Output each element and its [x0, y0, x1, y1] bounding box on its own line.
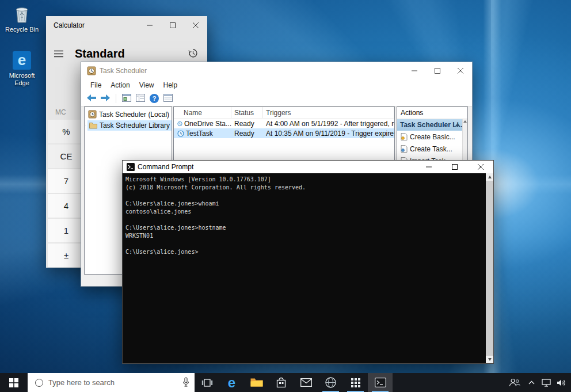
- globe-icon: [325, 377, 336, 388]
- network-status-button[interactable]: [539, 373, 554, 392]
- microphone-icon[interactable]: [182, 377, 189, 390]
- task-scheduler-titlebar[interactable]: Task Scheduler: [81, 62, 472, 79]
- menu-file[interactable]: File: [86, 81, 106, 89]
- menu-help[interactable]: Help: [159, 81, 182, 89]
- console-window-icon[interactable]: [122, 94, 131, 104]
- command-prompt-icon: [375, 378, 386, 387]
- calc-key-clear-entry[interactable]: CE: [48, 144, 85, 168]
- memory-clear-button[interactable]: MC: [55, 108, 66, 116]
- calc-key-negate[interactable]: ±: [48, 243, 85, 267]
- edge-icon: e: [12, 51, 32, 70]
- calculator-titlebar[interactable]: Calculator: [46, 16, 207, 35]
- column-header-status[interactable]: Status: [231, 107, 263, 118]
- minimize-button[interactable]: [138, 16, 161, 35]
- command-prompt-window: Command Prompt Microsoft Windows [Versio…: [122, 160, 494, 364]
- file-explorer-icon: [250, 378, 263, 387]
- actions-group-header[interactable]: Task Scheduler Li...: [397, 119, 462, 131]
- desktop-icon-microsoft-edge[interactable]: e Microsoft Edge: [3, 51, 40, 87]
- scroll-up-icon[interactable]: [463, 120, 467, 123]
- taskbar-mail-button[interactable]: [294, 373, 318, 392]
- window-title: Task Scheduler: [100, 67, 147, 75]
- show-hide-tree-icon[interactable]: [136, 94, 145, 104]
- people-button[interactable]: [505, 373, 524, 392]
- table-row[interactable]: OneDrive Sta... Ready At 4:00 AM on 5/1/…: [174, 119, 394, 128]
- calc-key-4[interactable]: 4: [48, 194, 85, 218]
- actions-group-label: Task Scheduler Li...: [400, 121, 462, 129]
- help-icon[interactable]: ?: [150, 94, 159, 103]
- tree-item-library[interactable]: Task Scheduler Library: [85, 120, 172, 131]
- command-prompt-titlebar[interactable]: Command Prompt: [123, 161, 493, 173]
- desktop: Recycle Bin e Microsoft Edge Calculator …: [0, 0, 571, 392]
- window-title: Command Prompt: [138, 163, 193, 171]
- tree-item-root[interactable]: Task Scheduler (Local): [85, 109, 172, 120]
- task-scheduler-root-icon: [88, 110, 97, 119]
- table-row-selected[interactable]: TestTask Ready At 10:35 AM on 9/11/2019 …: [174, 128, 394, 138]
- scrollbar-thumb[interactable]: [486, 181, 493, 356]
- action-label: Create Task...: [410, 145, 452, 153]
- taskbar-app-grid-button[interactable]: [343, 373, 368, 392]
- list-header: Name Status Triggers: [174, 107, 394, 119]
- scroll-down-icon[interactable]: [486, 356, 493, 363]
- console-line: C:\Users\alice.jones>whoami: [125, 200, 486, 208]
- create-basic-task-icon: [401, 133, 408, 140]
- forward-icon[interactable]: [101, 94, 110, 103]
- speaker-icon: [557, 379, 566, 387]
- calc-key-7[interactable]: 7: [48, 169, 85, 193]
- taskbar-app-globe-button[interactable]: [318, 373, 343, 392]
- recycle-bin-icon: [12, 5, 32, 24]
- edge-icon: e: [228, 376, 235, 390]
- start-button[interactable]: [0, 373, 28, 392]
- menu-action[interactable]: Action: [106, 81, 134, 89]
- minimize-button[interactable]: [416, 161, 441, 173]
- console-line: contoso\alice.jones: [125, 208, 486, 216]
- task-name: TestTask: [186, 130, 213, 138]
- export-list-icon[interactable]: [163, 94, 173, 104]
- console-output[interactable]: Microsoft Windows [Version 10.0.17763.10…: [123, 173, 486, 363]
- menu-view[interactable]: View: [135, 81, 159, 89]
- chevron-up-icon: [528, 380, 535, 385]
- scroll-up-icon[interactable]: [486, 173, 493, 181]
- volume-button[interactable]: [554, 373, 569, 392]
- taskbar-edge-button[interactable]: e: [219, 373, 244, 392]
- back-icon[interactable]: [87, 94, 96, 103]
- desktop-icon-label: Microsoft Edge: [3, 72, 40, 87]
- grid-icon: [351, 378, 360, 387]
- history-icon[interactable]: [188, 48, 198, 60]
- taskbar-file-explorer-button[interactable]: [244, 373, 269, 392]
- minimize-button[interactable]: [403, 62, 426, 79]
- menu-icon[interactable]: [54, 50, 63, 60]
- collapse-icon[interactable]: [455, 123, 460, 126]
- folder-icon: [89, 122, 97, 129]
- console-line: [125, 192, 486, 200]
- action-create-basic-task[interactable]: Create Basic...: [397, 131, 467, 143]
- close-button[interactable]: [467, 161, 493, 173]
- console-line: C:\Users\alice.jones>: [125, 248, 486, 256]
- calc-key-1[interactable]: 1: [48, 219, 85, 242]
- command-prompt-icon: [127, 163, 135, 173]
- close-button[interactable]: [449, 62, 472, 79]
- search-input[interactable]: [48, 378, 163, 387]
- tray-overflow-button[interactable]: [524, 373, 539, 392]
- maximize-button[interactable]: [161, 16, 184, 35]
- console-scrollbar[interactable]: [486, 173, 493, 363]
- maximize-button[interactable]: [441, 161, 467, 173]
- console-line: WRKSTN01: [125, 232, 486, 240]
- taskbar-store-button[interactable]: [269, 373, 294, 392]
- maximize-button[interactable]: [426, 62, 449, 79]
- task-view-button[interactable]: [195, 373, 219, 392]
- taskbar-command-prompt-button[interactable]: [368, 373, 393, 392]
- taskbar-search[interactable]: [28, 373, 195, 392]
- task-view-icon: [201, 378, 213, 387]
- chevron-right-icon[interactable]: [85, 123, 86, 128]
- desktop-icon-recycle-bin[interactable]: Recycle Bin: [3, 5, 40, 33]
- close-button[interactable]: [184, 16, 207, 35]
- people-icon: [509, 378, 520, 387]
- windows-logo-icon: [9, 378, 18, 387]
- column-header-triggers[interactable]: Triggers: [263, 107, 394, 118]
- action-create-task[interactable]: Create Task...: [397, 143, 467, 155]
- column-header-name[interactable]: Name: [174, 107, 231, 118]
- calculator-mode-title[interactable]: Standard: [75, 47, 125, 60]
- task-triggers: At 10:35 AM on 9/11/2019 - Trigger expir…: [263, 130, 394, 138]
- system-tray: [505, 373, 571, 392]
- calc-key-percent[interactable]: %: [48, 120, 85, 143]
